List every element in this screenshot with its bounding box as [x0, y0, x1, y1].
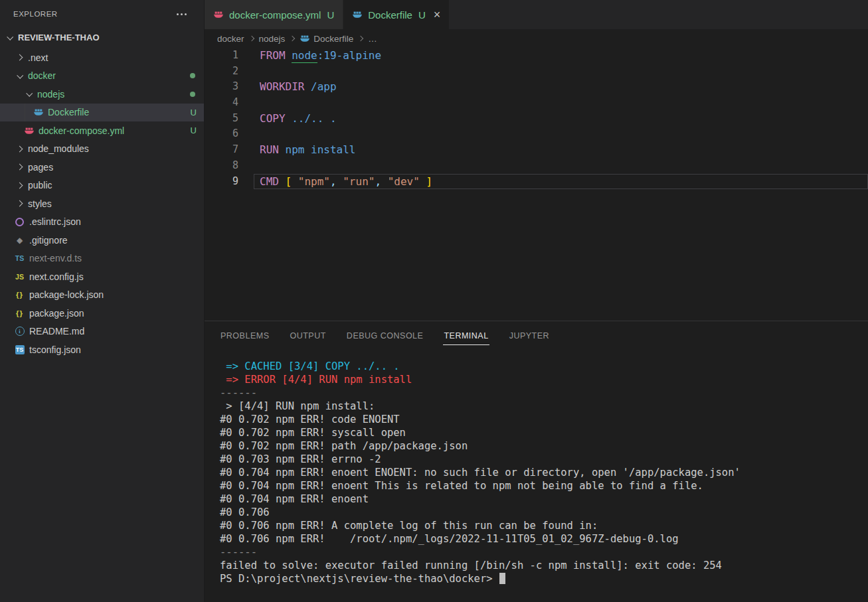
panel-tab-debug-console[interactable]: DEBUG CONSOLE: [346, 329, 424, 344]
terminal-line: #0 0.702 npm ERR! code ENOENT: [220, 413, 868, 426]
terminal-line: #0 0.702 npm ERR! path /app/package.json: [220, 439, 868, 453]
code-token: :19-alpine: [317, 49, 381, 62]
typescript-icon: TS: [15, 254, 24, 262]
chevron-right-icon: [290, 36, 295, 41]
panel-tab-terminal[interactable]: TERMINAL: [443, 329, 489, 345]
tree-item-readme-md[interactable]: iREADME.md: [0, 323, 204, 341]
tab-dockerfile[interactable]: DockerfileU×: [343, 0, 449, 29]
code-text: CMD [ "npm", "run", "dev" ]: [260, 174, 432, 190]
chevron-right-icon: [13, 180, 26, 190]
file-icon-slot: ◆: [13, 236, 26, 245]
tree-item-next-env-d-ts[interactable]: TSnext-env.d.ts: [0, 250, 204, 268]
tree-item-pages[interactable]: pages: [0, 158, 204, 177]
tree-item-label: styles: [28, 198, 52, 209]
git-modified-dot-icon: [190, 92, 195, 97]
tab-git-badge: U: [418, 9, 426, 21]
code-line[interactable]: 4: [205, 95, 868, 111]
explorer-header: EXPLORER: [0, 0, 204, 28]
tree-item-label: .eslintrc.json: [29, 216, 81, 227]
panel-tab-problems[interactable]: PROBLEMS: [220, 329, 270, 344]
code-editor[interactable]: 1FROM node:19-alpine23WORKDIR /app45COPY…: [205, 48, 868, 321]
explorer-sidebar: EXPLORER REVIEW-THE-THAO .nextdockernode…: [0, 0, 204, 602]
code-line[interactable]: 7RUN npm install: [205, 142, 868, 158]
code-line[interactable]: 2: [205, 64, 868, 80]
breadcrumb-item-dockerfile[interactable]: Dockerfile: [300, 33, 353, 44]
info-icon: i: [15, 327, 25, 336]
tree-item-label: public: [28, 180, 52, 190]
vscode-window: EXPLORER REVIEW-THE-THAO .nextdockernode…: [0, 0, 868, 602]
line-number: 5: [205, 111, 238, 127]
tree-item-eslintrc-json[interactable]: .eslintrc.json: [0, 213, 204, 232]
code-line[interactable]: 6: [205, 126, 868, 142]
code-token: ../.. .: [292, 112, 336, 125]
chevron-down-icon: [3, 32, 16, 42]
panel-tab-jupyter[interactable]: JUPYTER: [509, 329, 550, 344]
code-token: /app: [311, 80, 337, 93]
close-icon[interactable]: ×: [434, 9, 441, 21]
breadcrumb-item-nodejs[interactable]: nodejs: [259, 34, 286, 44]
git-status-badge: U: [191, 108, 197, 117]
code-token: ,: [375, 175, 387, 188]
chevron-down-icon: [23, 89, 35, 100]
file-icon-slot: {}: [13, 291, 26, 299]
chevron-right-icon: [13, 198, 26, 209]
tree-item-next-config-js[interactable]: JSnext.config.js: [0, 267, 204, 286]
tree-item-dockerfile[interactable]: DockerfileU: [0, 104, 204, 122]
terminal-line: > [4/4] RUN npm install:: [220, 400, 868, 413]
tree-item-styles[interactable]: styles: [0, 194, 204, 213]
terminal-line: #0 0.704 npm ERR! enoent This is related…: [220, 479, 868, 492]
tree-item-gitignore[interactable]: ◆.gitignore: [0, 231, 204, 250]
chevron-right-icon: [13, 162, 26, 173]
more-actions-icon[interactable]: [174, 11, 189, 18]
tree-item-label: .gitignore: [29, 235, 68, 246]
code-line[interactable]: 3WORKDIR /app: [205, 79, 868, 95]
code-token: ]: [420, 175, 432, 188]
javascript-icon: JS: [15, 273, 24, 281]
tree-item-label: .next: [28, 52, 48, 63]
tree-item-next[interactable]: .next: [0, 48, 204, 67]
tree-item-public[interactable]: public: [0, 177, 204, 195]
tree-item-package-lock-json[interactable]: {}package-lock.json: [0, 286, 204, 305]
git-status-badge: U: [191, 125, 197, 135]
terminal-output[interactable]: => CACHED [3/4] COPY ../.. . => ERROR [4…: [205, 352, 868, 602]
terminal-line: failed to solve: executor failed running…: [220, 559, 868, 572]
line-number: 3: [205, 79, 238, 95]
terminal-line: #0 0.704 npm ERR! enoent ENOENT: no such…: [220, 466, 868, 479]
code-text: FROM node:19-alpine: [260, 48, 381, 64]
code-line[interactable]: 8: [205, 158, 868, 174]
tree-item-label: package.json: [29, 308, 84, 319]
terminal-line: #0 0.703 npm ERR! errno -2: [220, 453, 868, 466]
terminal-line: #0 0.704 npm ERR! enoent: [220, 492, 868, 506]
tree-item-tsconfig-json[interactable]: TStsconfig.json: [0, 340, 204, 359]
tree-item-node-modules[interactable]: node_modules: [0, 140, 204, 159]
root-folder-row[interactable]: REVIEW-THE-THAO: [0, 28, 204, 46]
tab-bar: docker-compose.ymlUDockerfileU×: [205, 0, 868, 29]
tree-item-label: nodejs: [37, 89, 64, 100]
tree-item-package-json[interactable]: {}package.json: [0, 304, 204, 323]
file-icon-slot: TS: [13, 345, 26, 354]
docker-whale-icon: [352, 9, 363, 20]
breadcrumb-item-[interactable]: …: [368, 34, 377, 44]
docker-whale-icon: [33, 107, 44, 117]
code-line[interactable]: 5COPY ../.. .: [205, 111, 868, 127]
code-token: ,: [330, 175, 343, 188]
tab-docker-compose-yml[interactable]: docker-compose.ymlU: [205, 0, 343, 29]
code-line[interactable]: 1FROM node:19-alpine: [205, 48, 868, 64]
code-line[interactable]: 9CMD [ "npm", "run", "dev" ]: [205, 174, 868, 190]
terminal-line: ------: [220, 546, 868, 559]
line-number: 4: [205, 95, 238, 111]
tree-item-docker-compose-yml[interactable]: docker-compose.ymlU: [0, 121, 204, 140]
code-token: [: [286, 175, 298, 188]
tree-item-docker[interactable]: docker: [0, 67, 204, 86]
tree-item-label: node_modules: [28, 143, 89, 154]
tree-item-label: README.md: [29, 326, 84, 337]
tree-item-label: next.config.js: [29, 271, 84, 282]
terminal-cursor[interactable]: [499, 573, 505, 584]
breadcrumb-item-docker[interactable]: docker: [217, 34, 244, 44]
line-number: 9: [205, 174, 238, 190]
tree-item-label: package-lock.json: [29, 289, 104, 300]
panel-tab-output[interactable]: OUTPUT: [289, 329, 326, 344]
tree-item-nodejs[interactable]: nodejs: [0, 85, 204, 104]
file-icon-slot: i: [13, 327, 26, 336]
docker-whale-icon: [300, 33, 310, 44]
